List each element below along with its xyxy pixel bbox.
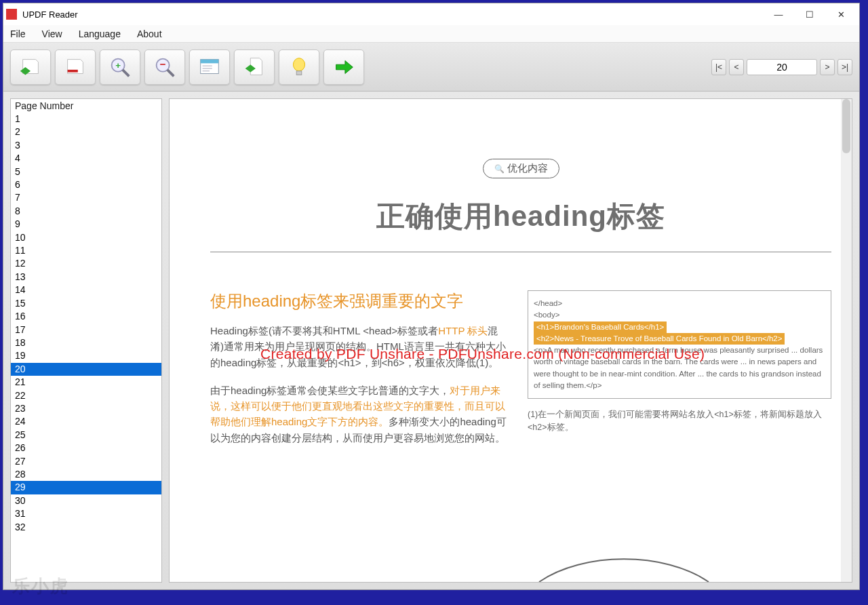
titlebar: UPDF Reader — ☐ ✕ xyxy=(3,3,859,25)
page-list-item[interactable]: 17 xyxy=(11,324,161,336)
page-list-item[interactable]: 1 xyxy=(11,113,161,125)
scrollbar-thumb[interactable] xyxy=(842,99,850,153)
page-list-item[interactable]: 6 xyxy=(11,178,161,191)
page-list-item[interactable]: 7 xyxy=(11,191,161,204)
page-list-item[interactable]: 30 xyxy=(11,494,161,507)
page-list-item[interactable]: 10 xyxy=(11,231,161,244)
content-area: Page Number 1234567891011121314151617181… xyxy=(3,92,859,589)
page-list-item[interactable]: 18 xyxy=(11,336,161,349)
tips-button[interactable] xyxy=(279,50,319,85)
svg-point-12 xyxy=(293,58,304,71)
menu-file[interactable]: File xyxy=(10,28,26,39)
zoom-in-icon: + xyxy=(107,54,133,80)
page-list-item[interactable]: 28 xyxy=(11,468,161,481)
page-list-item[interactable]: 11 xyxy=(11,244,161,257)
page-list-item[interactable]: 21 xyxy=(11,376,161,389)
paragraph-2: 由于heading标签通常会使某些文字比普通的文字大，对于用户来说，这样可以便于… xyxy=(210,383,509,446)
close-file-button[interactable] xyxy=(55,50,96,85)
next-page-button[interactable]: > xyxy=(820,59,835,75)
page-list-item[interactable]: 12 xyxy=(11,257,161,270)
section-heading: 使用heading标签来强调重要的文字 xyxy=(210,290,509,312)
category-pill: 优化内容 xyxy=(483,159,559,178)
page-list-item[interactable]: 8 xyxy=(11,205,161,218)
open-file-button[interactable] xyxy=(10,50,51,85)
page-list-item[interactable]: 4 xyxy=(11,152,161,165)
page-list-item[interactable]: 5 xyxy=(11,165,161,178)
first-page-button[interactable]: |< xyxy=(711,59,726,75)
minimize-button[interactable]: — xyxy=(763,3,794,25)
decorative-curve xyxy=(536,555,712,583)
page-list[interactable]: 1234567891011121314151617181920212223242… xyxy=(11,113,161,582)
fit-window-button[interactable] xyxy=(189,50,230,85)
page-list-item[interactable]: 31 xyxy=(11,507,161,520)
page-list-item[interactable]: 3 xyxy=(11,139,161,152)
corner-watermark: 乐小虎 xyxy=(12,574,69,598)
page-number-input[interactable] xyxy=(747,59,817,75)
zoom-out-button[interactable]: − xyxy=(144,50,185,85)
page-list-item[interactable]: 9 xyxy=(11,218,161,231)
svg-rect-8 xyxy=(201,59,219,63)
app-title: UPDF Reader xyxy=(22,9,763,20)
app-window: UPDF Reader — ☐ ✕ File View Language Abo… xyxy=(3,3,860,590)
page-list-item[interactable]: 13 xyxy=(11,271,161,284)
page-list-item[interactable]: 24 xyxy=(11,415,161,428)
page-list-item[interactable]: 22 xyxy=(11,389,161,402)
last-page-button[interactable]: >| xyxy=(837,59,852,75)
paragraph-1: Heading标签(请不要将其和HTML <head>标签或者HTTP 标头混淆… xyxy=(210,323,509,370)
svg-line-5 xyxy=(167,69,174,76)
code-caption: (1)在一个新闻页面，我们可能需要将网站名放入<h1>标签，将新闻标题放入<h2… xyxy=(528,408,831,434)
menu-language[interactable]: Language xyxy=(79,28,121,39)
page-list-item[interactable]: 26 xyxy=(11,442,161,454)
toolbar: + − |< < > >| xyxy=(3,43,859,92)
menubar: File View Language About xyxy=(3,25,859,43)
menu-view[interactable]: View xyxy=(42,28,62,39)
svg-rect-0 xyxy=(68,69,78,72)
page-list-item[interactable]: 16 xyxy=(11,310,161,323)
page-list-item[interactable]: 25 xyxy=(11,429,161,442)
prev-page-button[interactable]: < xyxy=(729,59,744,75)
page-list-item[interactable]: 14 xyxy=(11,284,161,296)
window-icon xyxy=(197,54,222,80)
open-file-icon xyxy=(18,54,43,80)
page-nav: |< < > >| xyxy=(711,59,852,75)
page-title: 正确使用heading标签 xyxy=(210,197,831,235)
arrow-right-icon xyxy=(331,54,357,80)
svg-line-2 xyxy=(123,69,130,76)
pdf-viewer: 优化内容 正确使用heading标签 Created by PDF Unshar… xyxy=(169,98,852,583)
page-list-item[interactable]: 15 xyxy=(11,297,161,310)
pdf-page: 优化内容 正确使用heading标签 Created by PDF Unshar… xyxy=(210,119,831,582)
page-list-item[interactable]: 29 xyxy=(11,481,161,494)
page-list-item[interactable]: 2 xyxy=(11,125,161,138)
maximize-button[interactable]: ☐ xyxy=(794,3,825,25)
export-icon xyxy=(241,54,267,80)
page-list-item[interactable]: 32 xyxy=(11,521,161,534)
svg-text:+: + xyxy=(115,60,121,70)
divider xyxy=(210,252,831,252)
code-example: </head> <body> <h1>Brandon's Baseball Ca… xyxy=(528,290,831,399)
svg-rect-13 xyxy=(296,71,302,75)
export-button[interactable] xyxy=(234,50,275,85)
zoom-in-button[interactable]: + xyxy=(100,50,140,85)
scrollbar[interactable] xyxy=(841,99,852,582)
page-list-item[interactable]: 20 xyxy=(11,363,161,376)
close-file-icon xyxy=(62,54,88,80)
zoom-out-icon: − xyxy=(152,54,178,80)
menu-about[interactable]: About xyxy=(137,28,162,39)
page-list-item[interactable]: 19 xyxy=(11,349,161,362)
app-icon xyxy=(6,9,17,20)
next-button[interactable] xyxy=(323,50,364,85)
page-list-sidebar: Page Number 1234567891011121314151617181… xyxy=(10,98,162,583)
page-list-item[interactable]: 27 xyxy=(11,455,161,468)
sidebar-header: Page Number xyxy=(11,99,161,113)
svg-text:−: − xyxy=(160,58,166,69)
lightbulb-icon xyxy=(286,54,312,80)
page-list-item[interactable]: 23 xyxy=(11,402,161,415)
close-button[interactable]: ✕ xyxy=(825,3,856,25)
